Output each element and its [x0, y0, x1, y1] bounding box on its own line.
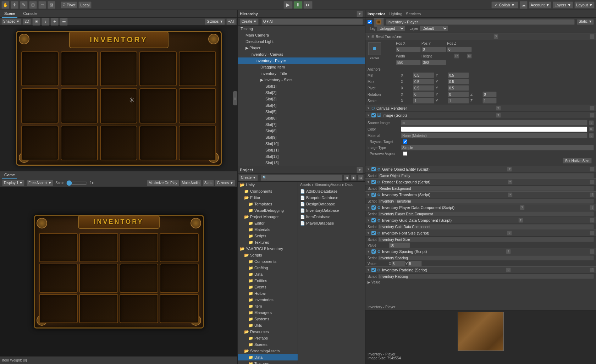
folder-item[interactable]: 📁VisualDebugging: [238, 207, 298, 214]
material-pick-btn[interactable]: ○: [589, 133, 594, 138]
pivot-dropdown[interactable]: ⊙ Pivot: [61, 1, 77, 9]
comp-menu-btn-0[interactable]: ⋮: [590, 167, 595, 172]
mute-btn[interactable]: Mute Audio: [180, 180, 202, 186]
tree-item[interactable]: Slot[8]: [238, 128, 365, 134]
val-y-input-6[interactable]: [408, 261, 422, 266]
object-active-checkbox[interactable]: [368, 20, 372, 24]
project-btn2[interactable]: ▶: [351, 175, 357, 181]
rot-x-input[interactable]: [413, 92, 434, 97]
folder-item[interactable]: 📁Systems: [238, 316, 298, 322]
2d-btn[interactable]: 2D: [23, 18, 31, 25]
comp-checkbox-3[interactable]: [371, 205, 376, 210]
comp-checkbox-0[interactable]: [371, 167, 376, 171]
folder-item[interactable]: 📂StreamingAssets: [238, 348, 298, 354]
tree-item[interactable]: Inventory - Title: [238, 70, 365, 77]
folder-item[interactable]: 📁Components: [238, 258, 298, 265]
comp-checkbox-6[interactable]: [371, 249, 376, 254]
scale-y-input[interactable]: [448, 98, 469, 104]
posy-input[interactable]: [421, 47, 446, 52]
step-btn[interactable]: ⏭: [303, 1, 313, 9]
comp-info-btn-0[interactable]: ?: [507, 167, 512, 172]
hand-tool-btn[interactable]: ✋: [1, 1, 9, 9]
tree-item[interactable]: Slot[1]: [238, 83, 365, 89]
play-btn[interactable]: ▶: [283, 1, 293, 9]
folder-item[interactable]: 📁Inventories: [238, 297, 298, 303]
rotate-tool-btn[interactable]: ↻: [20, 1, 28, 9]
aspect-dropdown[interactable]: Free Aspect ▼: [27, 180, 53, 186]
tree-item[interactable]: Dragging Item: [238, 64, 365, 70]
scale-z-input[interactable]: [482, 98, 497, 104]
tree-item[interactable]: Slot[2]: [238, 89, 365, 96]
raycast-checkbox[interactable]: [403, 139, 407, 144]
scene-viewport[interactable]: INVENTORY ✳ |||: [0, 26, 237, 171]
project-btn1[interactable]: ◀: [344, 175, 349, 181]
rot-z-input[interactable]: [482, 92, 497, 97]
hierarchy-search-input[interactable]: [261, 18, 363, 25]
comp-info-btn-2[interactable]: ?: [508, 192, 513, 197]
folder-item[interactable]: 📁Data: [238, 354, 298, 360]
tree-item[interactable]: Testing: [238, 26, 365, 32]
project-create-btn[interactable]: Create ▼: [239, 175, 258, 181]
tag-select[interactable]: Untagged: [377, 26, 405, 31]
tree-item[interactable]: ▶ Inventory - Slots: [238, 77, 365, 83]
script-input-1[interactable]: [378, 186, 594, 191]
tree-item[interactable]: Directional Light: [238, 38, 365, 45]
scene-view-icon[interactable]: ☰: [60, 18, 68, 26]
rect-menu-btn[interactable]: ⋮: [590, 34, 595, 39]
posz-input[interactable]: [447, 47, 472, 52]
anchor-min-y[interactable]: [448, 72, 469, 78]
move-tool-btn[interactable]: ✛: [11, 1, 18, 9]
comp-menu-btn-5[interactable]: ⋮: [590, 231, 595, 236]
set-native-btn[interactable]: Set Native Size: [563, 158, 592, 164]
image-menu-btn[interactable]: ⋮: [590, 113, 595, 118]
comp-checkbox-4[interactable]: [371, 218, 376, 222]
folder-item[interactable]: 📁Crafting: [238, 265, 298, 271]
shading-dropdown[interactable]: Shaded ▼: [1, 18, 21, 25]
material-field[interactable]: None (Material): [401, 133, 587, 138]
tree-item[interactable]: Slot[10]: [238, 140, 365, 147]
width-input[interactable]: [396, 60, 421, 65]
folder-item[interactable]: 📂Project Manager: [238, 214, 298, 220]
tree-item[interactable]: Slot[7]: [238, 121, 365, 128]
comp-info-btn-5[interactable]: ?: [507, 231, 512, 236]
project-search-input[interactable]: [261, 175, 342, 181]
tab-game[interactable]: Game: [2, 171, 17, 179]
game-viewport[interactable]: INVENTORY: [0, 187, 237, 356]
lighting-tab[interactable]: Lighting: [389, 12, 403, 16]
folder-item[interactable]: 📁Scripts: [238, 233, 298, 239]
tree-item[interactable]: Slot[5]: [238, 109, 365, 115]
tree-item[interactable]: Inventory - Player: [238, 57, 365, 64]
collab-btn[interactable]: ✓ Collab ▼: [491, 1, 518, 9]
script-input-3[interactable]: [378, 211, 594, 216]
anchor-min-x[interactable]: [413, 72, 434, 78]
script-input-6[interactable]: [378, 255, 594, 260]
display-dropdown[interactable]: Display 1 ▼: [2, 180, 24, 186]
comp-menu-btn-4[interactable]: ⋮: [590, 218, 595, 223]
source-image-pick-btn[interactable]: ○: [589, 120, 594, 125]
folder-item[interactable]: 📁Managers: [238, 309, 298, 316]
comp-info-btn-1[interactable]: ?: [508, 180, 513, 184]
tree-item[interactable]: Slot[9]: [238, 134, 365, 140]
audio-icon[interactable]: ♪: [42, 18, 49, 26]
folder-item[interactable]: 📁Scenes: [238, 341, 298, 348]
folder-item[interactable]: 📁Components: [238, 188, 298, 194]
script-input-7[interactable]: [378, 274, 594, 279]
inspector-tab[interactable]: Inspector: [368, 12, 385, 16]
folder-item[interactable]: 📁Editor: [238, 220, 298, 226]
folder-item[interactable]: 📂YAARRGH! Inventory: [238, 246, 298, 252]
folder-item[interactable]: 📁Events: [238, 284, 298, 290]
folder-item[interactable]: 📂Scripts: [238, 252, 298, 258]
light-icon[interactable]: ☀: [32, 18, 40, 26]
folder-item[interactable]: 📁Entities: [238, 277, 298, 284]
anchor-max-x[interactable]: [413, 79, 434, 84]
comp-menu-btn-7[interactable]: ⋮: [590, 268, 595, 272]
color-eyedropper-btn[interactable]: ✏: [589, 127, 594, 132]
folder-item[interactable]: 📁Data: [238, 271, 298, 277]
comp-info-btn-6[interactable]: ?: [506, 249, 511, 254]
tree-item[interactable]: Inventory - Canvas: [238, 51, 365, 57]
comp-info-btn-4[interactable]: ?: [518, 218, 523, 223]
folder-item[interactable]: 📁Prefabs: [238, 335, 298, 341]
services-tab[interactable]: Services: [406, 12, 421, 16]
folder-item[interactable]: 📁Item: [238, 303, 298, 309]
stats-btn[interactable]: Stats: [203, 180, 214, 186]
